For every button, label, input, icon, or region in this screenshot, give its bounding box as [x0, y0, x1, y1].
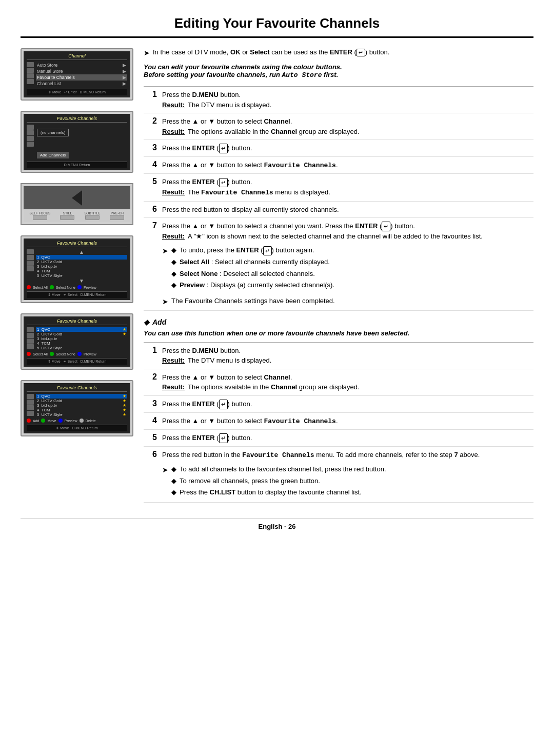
page-title: Editing Your Favourite Channels: [21, 15, 533, 38]
screen1-title: Channel: [27, 53, 127, 60]
add-step-5: 5 Press the ENTER (↵) button.: [144, 430, 533, 447]
color-buttons-row: Select All Select None Preview: [27, 285, 127, 289]
menu-item-autostore: Auto Store▶: [36, 62, 127, 68]
step-3: 3 Press the ENTER (↵) button.: [144, 140, 533, 157]
screen6-title: Favourite Channels: [27, 385, 127, 392]
screen5-bottom: ⇕ Move ↵ Select D.MENU Return: [27, 358, 127, 365]
ch-item-a4: 4TCM★: [36, 408, 127, 412]
pre-ch-button[interactable]: [110, 215, 124, 220]
add-step-6: 6 Press the red button in the Favourite …: [144, 447, 533, 503]
add-section-title: ◆ Add: [144, 318, 533, 326]
add-channels-button[interactable]: Add Channels: [37, 152, 69, 158]
step-7: 7 Press the ▲ or ▼ button to select a ch…: [144, 218, 533, 311]
final-note: The Favourite Channels settings have bee…: [171, 296, 335, 306]
ch-item-1: 1QVC: [36, 255, 127, 260]
self-focus-label: SELF FOCUS: [30, 211, 51, 215]
italic-note: You can edit your favourite channels usi…: [144, 63, 533, 79]
ch-item-2: 2UKTV Gold: [36, 260, 127, 264]
add-bold-note: You can use this function when one or mo…: [144, 329, 533, 337]
add-step-1: 1 Press the D.MENU button. Result:The DT…: [144, 343, 533, 369]
bullet-2: ◆ Select All : Select all channels curre…: [171, 257, 334, 267]
menu-item-favourite: Favourite Channels▶: [36, 74, 127, 81]
left-column: Channel Auto Store▶ Manual Store▶: [21, 48, 133, 503]
ch-item-3: 3bid-up.tv: [36, 264, 127, 269]
arrow-right-icon: ➤: [144, 49, 150, 57]
ch-item-s3: 3bid-up.tv: [36, 336, 127, 341]
pre-ch-label: PRE-CH: [110, 211, 124, 215]
menu-item-manualstore: Manual Store▶: [36, 68, 127, 74]
menu-item-channellist: Channel List▶: [36, 81, 127, 87]
ch-item-a2: 2UKTV Gold★: [36, 399, 127, 403]
subtitle-button[interactable]: [85, 215, 100, 220]
still-button[interactable]: [60, 215, 74, 220]
screen6-bottom: ⇕ Move D.MENU Return: [27, 425, 127, 431]
tv-screen-5: Favourite Channels 1QVC★ 2UKTV Gold★ 3bi…: [21, 313, 133, 370]
screen5-title: Favourite Channels: [27, 319, 127, 325]
tv-screen-2: Favourite Channels (no channels) Add Cha…: [21, 111, 133, 173]
self-focus-button[interactable]: [33, 215, 47, 220]
page-footer: English - 26: [21, 518, 533, 530]
bullet-3: ◆ Select None : Deselect all selected ch…: [171, 269, 334, 279]
intro-note: ➤ In the case of DTV mode, OK or Select …: [144, 48, 533, 57]
steps-section-2: 1 Press the D.MENU button. Result:The DT…: [144, 342, 533, 503]
ch-item-a5: 5UKTV Style★: [36, 412, 127, 417]
ch-item-a1: 1QVC★: [36, 394, 127, 399]
up-arrow: ▲: [36, 249, 127, 255]
ch-item-4: 4TCM: [36, 269, 127, 273]
bullet-1: ◆ To undo, press the ENTER (↵) button ag…: [171, 245, 334, 255]
step-1: 1 Press the D.MENU button. Result:The DT…: [144, 87, 533, 113]
still-label: STILL: [60, 211, 74, 215]
left-arrow-icon: [72, 190, 82, 206]
no-channels-label: (no channels): [37, 129, 69, 136]
ch-item-s2: 2UKTV Gold★: [36, 332, 127, 336]
intro-text: In the case of DTV mode, OK or Select ca…: [153, 48, 389, 56]
arrow-right-icon-4: ➤: [162, 465, 168, 475]
tv-screen-1: Channel Auto Store▶ Manual Store▶: [21, 48, 133, 101]
color-buttons-row3: Add Move Preview Delete: [27, 419, 127, 423]
tv-screen-3: SELF FOCUS STILL SUBTITLE PRE-CH: [21, 183, 133, 225]
screen1-bottom: ⇕ Move ↵ Enter D.MENU Return: [27, 89, 127, 95]
add-bullet-2: ◆ To remove all channels, press the gree…: [171, 476, 386, 486]
screen2-title: Favourite Channels: [27, 116, 127, 123]
add-bullet-1: ◆ To add all channels to the favourites …: [171, 464, 386, 474]
tv-screen-4: Favourite Channels ▲ 1QVC 2UKTV Gold 3bi…: [21, 235, 133, 303]
tv-screen-6: Favourite Channels 1QVC★ 2UKTV Gold★ 3bi…: [21, 380, 133, 436]
arrow-right-icon-3: ➤: [162, 296, 168, 307]
add-step-4: 4 Press the ▲ or ▼ button to select Favo…: [144, 413, 533, 430]
arrow-right-icon-2: ➤: [162, 246, 168, 256]
add-step-2: 2 Press the ▲ or ▼ button to select Chan…: [144, 369, 533, 396]
down-arrow: ▼: [36, 278, 127, 284]
ch-item-a3: 3bid-up.tv★: [36, 403, 127, 408]
screen2-bottom: D.MENU Return: [27, 162, 127, 168]
screen4-bottom: ⇕ Move ↵ Select D.MENU Return: [27, 291, 127, 298]
step-4: 4 Press the ▲ or ▼ button to select Favo…: [144, 157, 533, 174]
ch-item-s5: 5UKTV Style: [36, 346, 127, 350]
ch-item-s4: 4TCM: [36, 341, 127, 346]
add-step-3: 3 Press the ENTER (↵) button.: [144, 396, 533, 413]
screen4-title: Favourite Channels: [27, 241, 127, 247]
subtitle-label: SUBTITLE: [84, 211, 100, 215]
add-bullet-3: ◆ Press the CH.LIST button to display th…: [171, 487, 386, 498]
step-6: 6 Press the red button to display all cu…: [144, 202, 533, 218]
step-5: 5 Press the ENTER (↵) button. Result:The…: [144, 174, 533, 201]
step-2: 2 Press the ▲ or ▼ button to select Chan…: [144, 113, 533, 140]
right-column: ➤ In the case of DTV mode, OK or Select …: [144, 48, 533, 503]
ch-item-5: 5UKTV Style: [36, 273, 127, 278]
color-buttons-row2: Select All Select None Preview: [27, 352, 127, 356]
steps-section-1: 1 Press the D.MENU button. Result:The DT…: [144, 86, 533, 311]
ch-item-s1: 1QVC★: [36, 327, 127, 332]
bullet-4: ◆ Preview : Displays (a) currently selec…: [171, 280, 334, 290]
